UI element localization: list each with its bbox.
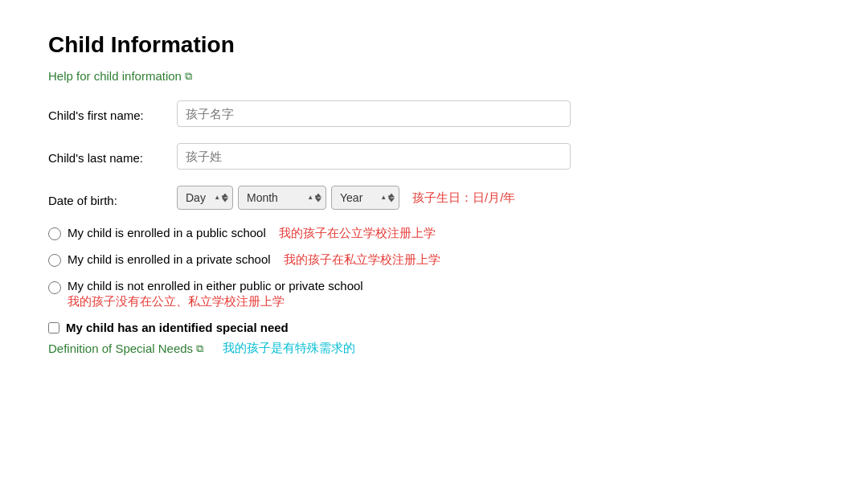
radio-public-row: My child is enrolled in a public school …	[48, 226, 820, 241]
first-name-input-wrapper	[177, 100, 571, 127]
help-link[interactable]: Help for child information ⧉	[48, 69, 192, 83]
radio-public[interactable]	[48, 227, 61, 240]
year-select[interactable]: Year 20242023 20222021 20202019 20182017…	[331, 186, 399, 210]
dob-inputs: Day 123 456 789 101112 131415 161718 192…	[177, 186, 515, 210]
external-link-icon: ⧉	[185, 70, 192, 83]
dob-row: Date of birth: Day 123 456 789 101112 13…	[48, 186, 820, 210]
radio-private-translation: 我的孩子在私立学校注册上学	[284, 252, 440, 268]
last-name-input-wrapper	[177, 143, 571, 170]
radio-neither[interactable]	[48, 281, 61, 294]
month-select[interactable]: Month JanuaryFebruary MarchApril MayJune…	[238, 186, 326, 210]
radio-public-translation: 我的孩子在公立学校注册上学	[279, 226, 436, 241]
first-name-label: Child's first name:	[48, 100, 177, 124]
first-name-row: Child's first name:	[48, 100, 820, 127]
year-select-wrapper: Year 20242023 20222021 20202019 20182017…	[331, 186, 399, 210]
radio-private-label: My child is enrolled in a private school	[68, 252, 271, 266]
checkbox-special-label: My child has an identified special need	[66, 321, 289, 334]
last-name-row: Child's last name:	[48, 143, 820, 170]
radio-private[interactable]	[48, 254, 61, 267]
first-name-input[interactable]	[177, 100, 571, 127]
day-select[interactable]: Day 123 456 789 101112 131415 161718 192…	[177, 186, 233, 210]
page-title: Child Information	[48, 32, 820, 58]
radio-private-row: My child is enrolled in a private school…	[48, 252, 820, 268]
day-select-wrapper: Day 123 456 789 101112 131415 161718 192…	[177, 186, 233, 210]
radio-neither-translation: 我的孩子没有在公立、私立学校注册上学	[68, 294, 363, 309]
radio-public-label: My child is enrolled in a public school	[68, 226, 266, 239]
definition-link[interactable]: Definition of Special Needs ⧉	[48, 342, 203, 355]
dob-label: Date of birth:	[48, 186, 177, 209]
external-link-icon-2: ⧉	[196, 342, 203, 355]
last-name-input[interactable]	[177, 143, 571, 170]
checkbox-special[interactable]	[48, 322, 59, 334]
date-selects: Day 123 456 789 101112 131415 161718 192…	[177, 186, 515, 210]
special-needs-footer: Definition of Special Needs ⧉ 我的孩子是有特殊需求…	[48, 341, 820, 356]
dob-hint: 孩子生日：日/月/年	[412, 190, 515, 206]
help-link-text: Help for child information	[48, 69, 182, 83]
radio-neither-row: My child is not enrolled in either publi…	[48, 279, 820, 309]
special-translation: 我的孩子是有特殊需求的	[223, 341, 355, 356]
definition-link-text: Definition of Special Needs	[48, 342, 193, 355]
checkbox-special-row: My child has an identified special need	[48, 321, 820, 334]
radio-neither-label: My child is not enrolled in either publi…	[68, 279, 363, 293]
month-select-wrapper: Month JanuaryFebruary MarchApril MayJune…	[238, 186, 326, 210]
last-name-label: Child's last name:	[48, 143, 177, 166]
radio-neither-content: My child is not enrolled in either publi…	[68, 279, 363, 309]
